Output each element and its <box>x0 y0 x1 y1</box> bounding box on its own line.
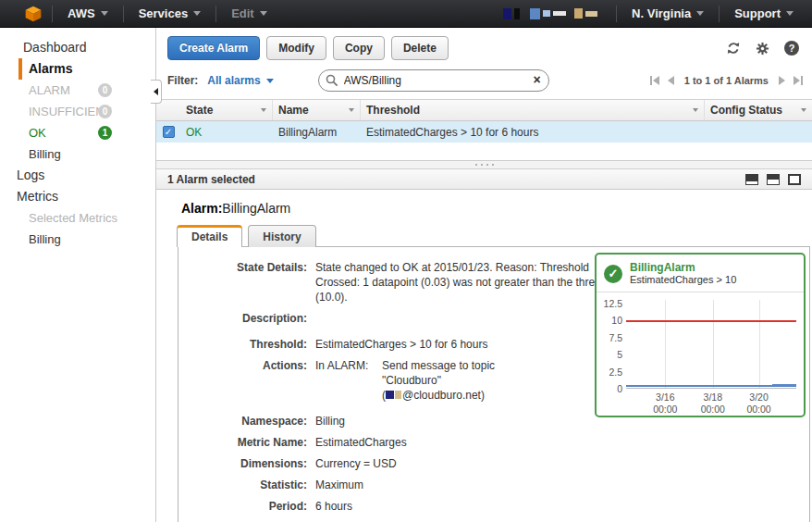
actions-state-label: In ALARM: <box>315 358 382 373</box>
refresh-icon[interactable] <box>726 41 741 56</box>
field-dimensions: Dimensions: Currency = USD <box>178 456 809 471</box>
alarm-toolbar: Create Alarm Modify Copy Delete <box>156 28 812 68</box>
panel-splitter-handle[interactable] <box>156 160 812 168</box>
row-threshold: EstimatedCharges > 10 for 6 hours <box>361 126 705 139</box>
nav-divider <box>52 6 53 22</box>
metric-line <box>772 384 796 386</box>
gridline <box>665 300 666 388</box>
search-input[interactable] <box>318 69 549 92</box>
sidebar-item-alarm-state[interactable]: ALARM 0 <box>0 80 155 101</box>
chevron-down-icon <box>101 11 108 16</box>
nav-divider <box>123 6 124 22</box>
delete-button[interactable]: Delete <box>391 36 449 60</box>
chart-header: BillingAlarm EstimatedCharges > 10 <box>597 255 804 292</box>
sidebar-item-billing-metrics[interactable]: Billing <box>0 229 155 250</box>
sidebar-item-selected-metrics[interactable]: Selected Metrics <box>0 207 155 229</box>
clear-search-icon[interactable] <box>534 72 541 87</box>
nav-menu-support[interactable]: Support <box>729 6 799 20</box>
nav-services-label: Services <box>139 6 189 20</box>
create-alarm-button[interactable]: Create Alarm <box>167 36 260 60</box>
spacer <box>156 143 812 160</box>
filter-bar: Filter: All alarms 1 to 1 of 1 Alarms <box>156 68 812 99</box>
ok-count-badge: 1 <box>98 126 112 140</box>
row-name: BillingAlarm <box>273 126 361 139</box>
nav-divider <box>215 6 216 22</box>
column-header-threshold[interactable]: Threshold <box>361 100 705 120</box>
x-axis-labels: 3/16 00:00 3/18 00:00 3/20 00:00 <box>626 392 796 419</box>
row-checkbox[interactable] <box>163 126 175 138</box>
chart-title: BillingAlarm <box>630 261 736 274</box>
nav-menu-aws[interactable]: AWS <box>62 6 114 20</box>
action-line: Send message to topic <box>382 358 495 373</box>
chevron-down-icon <box>696 11 704 16</box>
sort-icon <box>261 108 266 112</box>
redacted-account-name <box>503 8 597 19</box>
layout-split-panel-icon[interactable] <box>767 174 780 185</box>
alarm-chart-widget[interactable]: BillingAlarm EstimatedCharges > 10 12.5 … <box>595 253 806 417</box>
selection-count-label: 1 Alarm selected <box>167 173 255 186</box>
sidebar-item-insufficient[interactable]: INSUFFICIENT 0 <box>0 101 155 122</box>
modify-button[interactable]: Modify <box>266 36 326 60</box>
aws-cube-logo-icon[interactable] <box>24 5 43 23</box>
next-page-button[interactable] <box>779 76 785 85</box>
insufficient-count-badge: 0 <box>98 105 112 118</box>
alarm-count-badge: 0 <box>98 83 112 97</box>
gear-icon[interactable] <box>756 42 769 56</box>
layout-full-panel-icon[interactable] <box>788 174 801 185</box>
column-header-name[interactable]: Name <box>273 100 361 120</box>
sort-icon <box>693 108 698 112</box>
chevron-down-icon <box>193 11 201 16</box>
nav-divider <box>616 6 617 22</box>
table-header-row: State Name Threshold Config Status <box>156 99 812 121</box>
gridline <box>713 300 714 388</box>
nav-menu-services[interactable]: Services <box>133 6 207 20</box>
table-row[interactable]: OK BillingAlarm EstimatedCharges > 10 fo… <box>156 121 812 143</box>
alarms-table: State Name Threshold Config Status OK Bi… <box>156 99 812 143</box>
field-statistic: Statistic: Maximum <box>178 478 809 492</box>
details-content-box: State Details: State changed to OK at 20… <box>178 246 810 522</box>
tab-details[interactable]: Details <box>177 225 242 247</box>
first-page-button[interactable] <box>650 76 659 85</box>
chevron-down-icon <box>266 79 274 83</box>
gridline <box>759 300 760 388</box>
chevron-down-icon <box>786 11 794 16</box>
last-page-button[interactable] <box>794 76 803 85</box>
region-label: N. Virginia <box>632 6 691 20</box>
alarm-detail-title: Alarm:BillingAlarm <box>156 190 812 225</box>
filter-dropdown[interactable]: All alarms <box>207 74 273 87</box>
sidebar-item-alarms[interactable]: Alarms <box>18 58 155 80</box>
tab-history[interactable]: History <box>248 225 315 247</box>
nav-menu-edit[interactable]: Edit <box>226 6 273 20</box>
pagination-range: 1 to 1 of 1 Alarms <box>684 75 769 86</box>
field-metric-name: Metric Name: EstimatedCharges <box>178 435 809 450</box>
help-icon[interactable] <box>784 41 799 56</box>
row-state: OK <box>180 126 273 139</box>
prev-page-button[interactable] <box>668 76 674 85</box>
sidebar-item-metrics[interactable]: Metrics <box>0 186 155 207</box>
sidebar-collapse-button[interactable] <box>151 80 162 104</box>
sidebar: Dashboard Alarms ALARM 0 INSUFFICIENT 0 … <box>0 28 156 522</box>
field-period: Period: 6 hours <box>178 499 809 514</box>
sidebar-item-dashboard[interactable]: Dashboard <box>0 37 155 58</box>
metric-line <box>626 385 796 387</box>
column-header-config-status[interactable]: Config Status <box>705 100 812 120</box>
copy-button[interactable]: Copy <box>333 36 385 60</box>
alarm-detail-panel: Alarm:BillingAlarm Details History State… <box>156 190 812 522</box>
layout-bottom-panel-icon[interactable] <box>745 174 758 185</box>
filter-label: Filter: <box>167 74 198 87</box>
chevron-down-icon <box>260 11 267 16</box>
nav-divider <box>719 6 720 22</box>
chart-plot-area: 12.5 10 7.5 5 2.5 0 <box>598 300 796 389</box>
sidebar-item-ok[interactable]: OK 1 <box>0 122 155 143</box>
sidebar-item-billing[interactable]: Billing <box>0 143 155 165</box>
nav-edit-label: Edit <box>231 6 254 20</box>
action-email: (@cloudburo.net) <box>382 388 495 403</box>
column-header-state[interactable]: State <box>180 100 273 120</box>
redacted-email-block <box>386 391 394 399</box>
y-axis-labels: 12.5 10 7.5 5 2.5 0 <box>598 300 626 389</box>
sidebar-item-logs[interactable]: Logs <box>0 165 155 186</box>
selection-bar: 1 Alarm selected <box>156 168 812 190</box>
nav-menu-region[interactable]: N. Virginia <box>626 6 709 20</box>
action-topic: "Cloudburo" <box>382 373 495 388</box>
support-label: Support <box>734 6 781 20</box>
